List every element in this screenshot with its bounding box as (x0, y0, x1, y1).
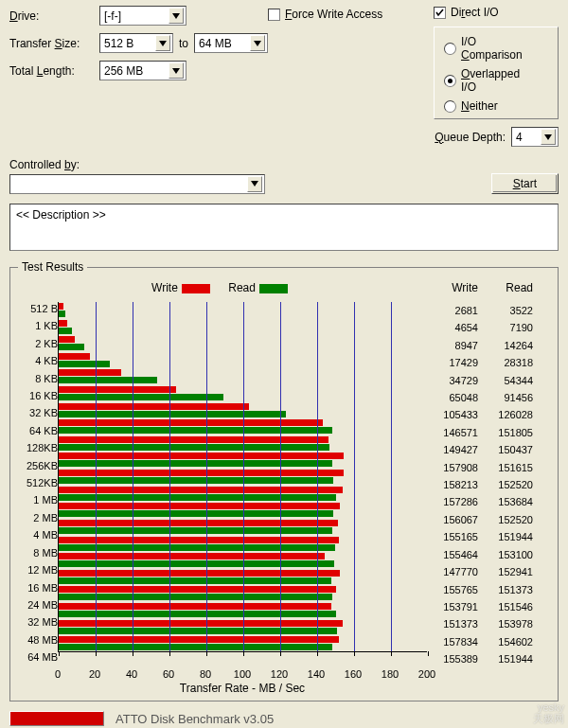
description-textbox[interactable]: << Description >> (9, 204, 559, 251)
queue-depth-select[interactable]: 4 (511, 127, 559, 147)
write-col-header: Write (427, 281, 482, 298)
x-axis-title: Transfer Rate - MB / Sec (58, 682, 427, 695)
to-label: to (179, 37, 188, 50)
neither-radio[interactable]: Neither (444, 99, 531, 113)
drive-select[interactable]: [-f-] (99, 6, 186, 26)
checkbox-icon (268, 9, 280, 21)
read-values-column: 3522719014264283185434491456126028151805… (482, 302, 537, 668)
y-axis-labels: 512 B1 KB2 KB4 KB8 KB16 KB32 KB64 KB128K… (18, 300, 58, 668)
overlapped-io-radio[interactable]: Overlapped I/O (444, 67, 531, 94)
radio-icon (444, 100, 456, 113)
bar-chart (58, 302, 427, 652)
write-values-column: 2681465489471742934729650481054331465711… (427, 302, 482, 668)
write-swatch-icon (182, 284, 210, 293)
chevron-down-icon (250, 35, 265, 51)
io-comparison-radio[interactable]: I/O Comparison (444, 35, 531, 62)
watermark: yesky天极网 (533, 701, 564, 724)
chevron-down-icon (169, 8, 184, 24)
chevron-down-icon (541, 129, 556, 145)
force-write-checkbox[interactable]: Force Write Access (268, 8, 382, 21)
read-swatch-icon (259, 284, 288, 293)
chart-legend: Write Read (18, 281, 427, 294)
read-col-header: Read (482, 281, 537, 298)
total-length-select[interactable]: 256 MB (99, 61, 186, 80)
size-from-select[interactable]: 512 B (99, 33, 173, 53)
radio-checked-icon (444, 75, 456, 87)
queue-depth-label: Queue Depth: (435, 131, 506, 144)
test-results-group: Test Results Write Read Write Read 512 B… (9, 260, 559, 701)
footer-red-block-icon (9, 711, 104, 726)
drive-label: Drive: (9, 9, 99, 23)
checkbox-checked-icon (434, 7, 446, 19)
transfer-size-label: Transfer Size: (9, 37, 99, 50)
radio-icon (444, 43, 456, 55)
results-title: Test Results (18, 260, 87, 274)
size-to-select[interactable]: 64 MB (194, 33, 268, 53)
x-axis-labels: 020406080100120140160180200 (58, 668, 427, 682)
chevron-down-icon (169, 62, 184, 79)
chevron-down-icon (247, 176, 262, 192)
chevron-down-icon (155, 35, 170, 51)
controlled-by-select[interactable] (9, 174, 265, 194)
footer-text: ATTO Disk Benchmark v3.05 (115, 712, 274, 726)
start-button[interactable]: Start (491, 173, 559, 194)
controlled-by-label: Controlled by: (9, 158, 559, 171)
total-length-label: Total Length: (9, 64, 99, 78)
direct-io-checkbox[interactable]: Direct I/O (434, 6, 499, 19)
